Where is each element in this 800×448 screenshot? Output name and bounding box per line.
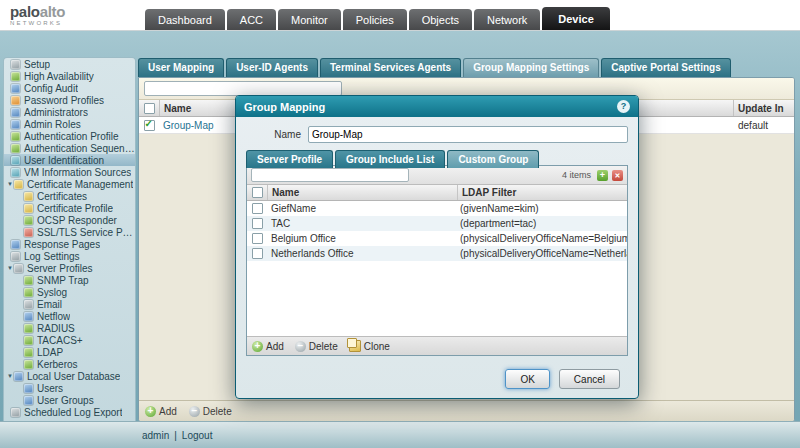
nav-tab-acc[interactable]: ACC (227, 9, 276, 30)
nav-tab-dashboard[interactable]: Dashboard (145, 9, 225, 30)
cancel-button[interactable]: Cancel (559, 369, 620, 389)
sidebar-item-response-pages[interactable]: Response Pages (4, 238, 135, 250)
vm-information-sources-icon (11, 168, 20, 177)
paloalto-logo: paloalto NETWORKS (10, 4, 65, 26)
sidebar-item-authentication-sequence[interactable]: Authentication Sequence (4, 142, 135, 154)
sidebar-item-server-profiles[interactable]: Server Profiles (4, 262, 135, 274)
sidebar-item-certificate-management[interactable]: Certificate Management (4, 178, 135, 190)
sidebar-item-scheduled-log-export[interactable]: Scheduled Log Export (4, 406, 135, 418)
tab-user-id-agents[interactable]: User-ID Agents (226, 58, 318, 77)
dialog-titlebar[interactable]: Group Mapping ? (236, 96, 638, 117)
row-checkbox[interactable] (252, 218, 263, 229)
sidebar-item-users[interactable]: Users (4, 382, 135, 394)
sidebar-item-config-audit[interactable]: Config Audit (4, 82, 135, 94)
tab-user-mapping[interactable]: User Mapping (138, 58, 224, 77)
top-header: paloalto NETWORKS Dashboard ACC Monitor … (0, 0, 800, 31)
dialog-footer: OK Cancel (505, 369, 620, 389)
server-profiles-icon (14, 264, 23, 273)
group-mapping-dialog: Group Mapping ? Name Server Profile Grou… (235, 95, 639, 399)
sidebar: Setup High Availability Config Audit Pas… (3, 57, 136, 422)
update-interval-value: default (734, 120, 794, 131)
tab-captive-portal-settings[interactable]: Captive Portal Settings (601, 58, 730, 77)
expand-triangle-icon[interactable] (6, 265, 14, 271)
sidebar-item-administrators[interactable]: Administrators (4, 106, 135, 118)
sidebar-item-ssl-tls-service-profile[interactable]: SSL/TLS Service Profile (4, 226, 135, 238)
dialog-tab-custom-group[interactable]: Custom Group (447, 150, 539, 168)
tab-terminal-services-agents[interactable]: Terminal Services Agents (320, 58, 461, 77)
select-all-checkbox[interactable] (144, 103, 155, 114)
certificate-management-icon (14, 180, 23, 189)
custom-group-row[interactable]: GiefName (givenName=kim) (247, 201, 627, 216)
tab-group-mapping-settings[interactable]: Group Mapping Settings (463, 58, 599, 77)
help-icon[interactable]: ? (617, 100, 630, 113)
sidebar-item-ocsp-responder[interactable]: OCSP Responder (4, 214, 135, 226)
custom-group-row[interactable]: Belgium Office (physicalDeliveryOfficeNa… (247, 231, 627, 246)
nav-tab-monitor[interactable]: Monitor (278, 9, 341, 30)
sidebar-item-netflow[interactable]: Netflow (4, 310, 135, 322)
email-icon (24, 300, 33, 309)
ldap-icon (24, 348, 33, 357)
sidebar-item-tacacs[interactable]: TACACS+ (4, 334, 135, 346)
name-field-row: Name (246, 126, 628, 143)
column-header-ldap-filter[interactable]: LDAP Filter (457, 185, 627, 200)
select-all-checkbox[interactable] (252, 187, 263, 198)
certificates-icon (24, 192, 33, 201)
clear-filter-icon[interactable] (612, 170, 623, 181)
sidebar-item-kerberos[interactable]: Kerberos (4, 358, 135, 370)
column-header-update-in[interactable]: Update In (733, 100, 794, 116)
clone-button[interactable]: Clone (349, 340, 390, 352)
sidebar-item-high-availability[interactable]: High Availability (4, 70, 135, 82)
custom-group-toolbar: 4 items (247, 166, 627, 185)
row-checkbox[interactable] (252, 203, 263, 214)
logout-link[interactable]: Logout (182, 430, 213, 441)
column-header-name[interactable]: Name (267, 185, 457, 200)
sidebar-item-password-profiles[interactable]: Password Profiles (4, 94, 135, 106)
delete-button[interactable]: Delete (189, 406, 232, 417)
delete-button[interactable]: Delete (295, 341, 338, 352)
sidebar-item-log-settings[interactable]: Log Settings (4, 250, 135, 262)
custom-group-row[interactable]: Netherlands Office (physicalDeliveryOffi… (247, 246, 627, 261)
netflow-icon (24, 312, 33, 321)
sidebar-item-admin-roles[interactable]: Admin Roles (4, 118, 135, 130)
minus-icon (189, 406, 200, 417)
row-checkbox[interactable] (252, 233, 263, 244)
expand-triangle-icon[interactable] (6, 181, 14, 187)
sidebar-item-syslog[interactable]: Syslog (4, 286, 135, 298)
dialog-tab-server-profile[interactable]: Server Profile (246, 150, 333, 168)
sidebar-item-radius[interactable]: RADIUS (4, 322, 135, 334)
response-pages-icon (11, 240, 20, 249)
sidebar-item-local-user-database[interactable]: Local User Database (4, 370, 135, 382)
add-button[interactable]: Add (252, 341, 284, 352)
sidebar-item-user-groups[interactable]: User Groups (4, 394, 135, 406)
sidebar-item-user-identification[interactable]: User Identification (4, 154, 135, 166)
custom-group-row[interactable]: TAC (department=tac) (247, 216, 627, 231)
apply-filter-icon[interactable] (597, 170, 608, 181)
name-input[interactable] (308, 126, 628, 143)
authentication-sequence-icon (11, 144, 20, 153)
add-button[interactable]: Add (145, 406, 177, 417)
sidebar-item-vm-information-sources[interactable]: VM Information Sources (4, 166, 135, 178)
sidebar-item-authentication-profile[interactable]: Authentication Profile (4, 130, 135, 142)
sidebar-item-setup[interactable]: Setup (4, 58, 135, 70)
sidebar-item-certificate-profile[interactable]: Certificate Profile (4, 202, 135, 214)
ok-button[interactable]: OK (505, 369, 549, 389)
snmp-trap-icon (24, 276, 33, 285)
nav-tab-device[interactable]: Device (542, 7, 609, 30)
sidebar-item-ldap[interactable]: LDAP (4, 346, 135, 358)
scheduled-log-export-icon (11, 408, 20, 417)
sidebar-item-email[interactable]: Email (4, 298, 135, 310)
dialog-tab-group-include-list[interactable]: Group Include List (335, 150, 445, 168)
expand-triangle-icon[interactable] (6, 373, 14, 379)
nav-tab-network[interactable]: Network (474, 9, 540, 30)
sidebar-item-certificates[interactable]: Certificates (4, 190, 135, 202)
group-filter-input[interactable] (251, 168, 409, 182)
name-filter-input[interactable] (144, 81, 342, 96)
app-window: paloalto NETWORKS Dashboard ACC Monitor … (0, 0, 800, 448)
nav-tab-objects[interactable]: Objects (409, 9, 472, 30)
custom-group-table-header: Name LDAP Filter (247, 185, 627, 201)
sidebar-item-snmp-trap[interactable]: SNMP Trap (4, 274, 135, 286)
row-checkbox[interactable] (144, 120, 155, 131)
row-checkbox[interactable] (252, 248, 263, 259)
password-profiles-icon (11, 96, 20, 105)
nav-tab-policies[interactable]: Policies (343, 9, 407, 30)
